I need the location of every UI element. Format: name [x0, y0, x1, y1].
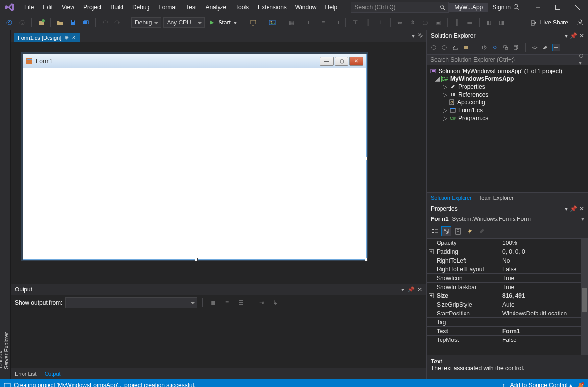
pin-icon[interactable]: 📌 [570, 205, 577, 212]
panel-dropdown-icon[interactable]: ▾ [401, 286, 404, 293]
menu-window[interactable]: Window [292, 2, 320, 13]
panel-dropdown-icon[interactable]: ▾ [565, 205, 568, 212]
menu-project[interactable]: Project [79, 2, 105, 13]
active-files-dropdown-icon[interactable]: ▾ [412, 32, 415, 39]
tab-team-explorer[interactable]: Team Explorer [479, 195, 514, 201]
nav-backward-button[interactable] [4, 17, 15, 28]
minimize-button[interactable] [531, 2, 545, 12]
tab-output[interactable]: Output [45, 371, 61, 377]
property-row[interactable]: RightToLeftLayoutFalse [427, 265, 588, 274]
close-panel-icon[interactable]: ✕ [417, 286, 422, 293]
notifications-icon[interactable]: 2 [577, 382, 584, 387]
property-row[interactable]: ShowIconTrue [427, 274, 588, 283]
tree-form1-node[interactable]: ▷ Form1.cs [430, 106, 585, 114]
properties-page-icon[interactable] [453, 226, 463, 236]
menu-format[interactable]: Format [154, 2, 181, 13]
pin-icon[interactable]: 📌 [407, 286, 415, 293]
browser-link-button[interactable] [248, 17, 259, 28]
gear-icon[interactable] [417, 32, 423, 39]
expand-icon[interactable]: ▷ [442, 83, 447, 90]
sign-in-button[interactable]: Sign in [492, 3, 520, 11]
preview-selected-icon[interactable] [552, 44, 560, 51]
resize-handle-corner[interactable] [365, 258, 368, 261]
resize-handle-right[interactable] [365, 157, 368, 160]
quick-launch-search[interactable]: Search (Ctrl+Q) [351, 2, 449, 13]
menu-test[interactable]: Test [182, 2, 200, 13]
start-debug-button[interactable]: Start ▾ [207, 19, 239, 26]
toolbox-tab[interactable]: Toolbox [0, 33, 3, 369]
properties-icon[interactable] [541, 44, 549, 51]
menu-view[interactable]: View [58, 2, 78, 13]
events-icon[interactable] [465, 226, 475, 236]
expand-icon[interactable]: + [429, 249, 434, 254]
expand-icon[interactable]: + [429, 293, 434, 298]
collapse-all-icon[interactable] [502, 44, 510, 51]
tab-solution-explorer[interactable]: Solution Explorer [431, 195, 472, 201]
sync-with-doc-icon[interactable] [462, 44, 470, 51]
show-all-files-icon[interactable] [513, 44, 520, 51]
solution-platform-dropdown[interactable]: Any CPU [163, 17, 205, 28]
properties-object-selector[interactable]: Form1 System.Windows.Forms.Form ▾ [427, 214, 588, 224]
view-code-icon[interactable]: <> [531, 44, 539, 51]
home-icon[interactable] [451, 44, 459, 51]
toggle-wrap-icon[interactable]: ≡ [221, 297, 232, 308]
menu-edit[interactable]: Edit [39, 2, 57, 13]
output-body[interactable] [11, 310, 426, 368]
tree-appconfig-node[interactable]: App.config [430, 98, 585, 106]
open-file-button[interactable] [55, 17, 66, 28]
tree-project-node[interactable]: ◢ C# MyWindowsFormsApp [430, 75, 585, 83]
property-row[interactable]: TopMostFalse [427, 336, 588, 344]
property-row[interactable]: RightToLeftNo [427, 256, 588, 265]
property-row[interactable]: Opacity100% [427, 239, 588, 247]
close-tab-icon[interactable]: ✕ [72, 34, 76, 41]
solution-search-input[interactable]: Search Solution Explorer (Ctrl+;) ▾ [427, 54, 588, 65]
publish-arrow-icon[interactable]: ↑ [502, 382, 505, 387]
expand-icon[interactable]: ▷ [442, 91, 447, 98]
output-indent-icon[interactable]: ⇥ [256, 297, 267, 308]
resize-handle-bottom[interactable] [195, 258, 198, 261]
pin-icon[interactable]: ⊕ [64, 34, 69, 41]
clear-output-icon[interactable]: ≣ [208, 297, 219, 308]
redo-button[interactable] [112, 17, 123, 28]
menu-file[interactable]: File [21, 2, 38, 13]
property-row[interactable]: ShowInTaskbarTrue [427, 283, 588, 291]
expand-icon[interactable]: ▷ [442, 115, 447, 121]
close-button[interactable] [570, 2, 584, 12]
output-filter-icon[interactable]: ☰ [235, 297, 246, 308]
property-row[interactable]: Tag [427, 318, 588, 327]
tree-references-node[interactable]: ▷ References [430, 91, 585, 98]
undo-button[interactable] [99, 17, 110, 28]
menu-build[interactable]: Build [106, 2, 127, 13]
expand-icon[interactable]: ▷ [442, 107, 447, 114]
winform-designer[interactable]: Form1 — ▢ ✕ [23, 54, 367, 260]
property-row[interactable]: Size+816, 491 [427, 291, 588, 300]
menu-analyze[interactable]: Analyze [201, 2, 230, 13]
tree-properties-node[interactable]: ▷ Properties [430, 83, 585, 91]
properties-grid[interactable]: Opacity100%Padding+0, 0, 0, 0RightToLeft… [427, 239, 588, 355]
property-row[interactable]: TextForm1 [427, 327, 588, 336]
menu-tools[interactable]: Tools [231, 2, 253, 13]
categorized-icon[interactable] [430, 226, 440, 236]
back-icon[interactable] [430, 44, 438, 51]
pending-changes-filter-icon[interactable] [480, 44, 488, 51]
close-panel-icon[interactable]: ✕ [579, 205, 584, 212]
panel-dropdown-icon[interactable]: ▾ [565, 32, 568, 39]
menu-debug[interactable]: Debug [128, 2, 153, 13]
forward-icon[interactable] [441, 44, 448, 51]
alphabetical-icon[interactable]: AZ [441, 226, 451, 236]
save-all-button[interactable] [80, 17, 91, 28]
output-source-dropdown[interactable] [65, 297, 197, 308]
person-icon[interactable] [576, 19, 584, 26]
add-to-source-control-button[interactable]: Add to Source Control ▴ [510, 382, 572, 387]
expand-icon[interactable]: ◢ [435, 75, 440, 82]
property-row[interactable]: SizeGripStyleAuto [427, 300, 588, 309]
close-panel-icon[interactable]: ✕ [579, 32, 584, 39]
tree-solution-node[interactable]: Solution 'MyWindowsFormsApp' (1 of 1 pro… [430, 67, 585, 75]
scrollbar-thumb[interactable] [582, 288, 587, 312]
save-button[interactable] [68, 17, 78, 28]
property-row[interactable]: Padding+0, 0, 0, 0 [427, 247, 588, 256]
solution-config-dropdown[interactable]: Debug [131, 17, 161, 28]
pin-icon[interactable]: 📌 [570, 32, 577, 39]
server-explorer-tab[interactable]: Server Explorer [3, 33, 9, 369]
nav-forward-button[interactable] [17, 17, 27, 28]
